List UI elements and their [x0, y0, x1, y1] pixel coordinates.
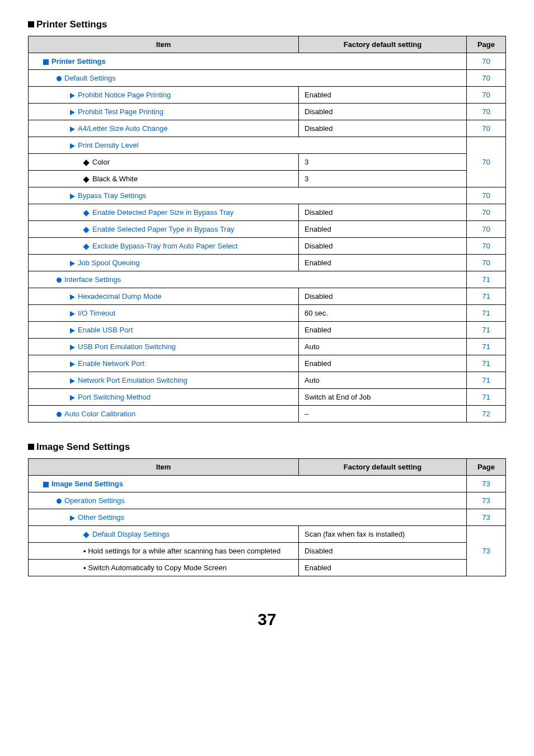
table-row: Auto Color Calibration–72 [29, 406, 506, 422]
link-text[interactable]: Job Spool Queuing [78, 259, 140, 267]
page-cell: 70 [467, 137, 506, 187]
link-text[interactable]: Print Density Level [78, 141, 138, 149]
page-number: 37 [28, 610, 506, 629]
item-cell: Color [29, 154, 299, 171]
item-cell: Exclude Bypass-Tray from Auto Paper Sele… [29, 238, 299, 255]
diamond-icon [83, 243, 89, 250]
diamond-icon [83, 159, 89, 166]
triangle-icon [70, 194, 75, 199]
factory-cell: Disabled [299, 288, 467, 305]
link-text[interactable]: Prohibit Notice Page Printing [78, 91, 171, 99]
link-text[interactable]: Operation Settings [64, 496, 125, 505]
table-row: Image Send Settings73 [29, 476, 506, 492]
table-row: Printer Settings70 [29, 53, 506, 70]
link-text[interactable]: Auto Color Calibration [64, 410, 135, 418]
square-icon [28, 444, 34, 450]
link-text[interactable]: Bypass Tray Settings [78, 191, 146, 200]
link-text[interactable]: Hexadecimal Dump Mode [78, 292, 162, 300]
link-text[interactable]: Exclude Bypass-Tray from Auto Paper Sele… [92, 242, 238, 250]
factory-cell: Auto [299, 339, 467, 355]
page-cell[interactable]: 70 [467, 187, 506, 204]
page-cell[interactable]: 71 [467, 271, 506, 288]
page-cell[interactable]: 70 [467, 120, 506, 137]
page-cell[interactable]: 73 [467, 492, 506, 509]
link-text[interactable]: A4/Letter Size Auto Change [78, 124, 167, 133]
page-cell[interactable]: 71 [467, 322, 506, 339]
item-cell: Network Port Emulation Switching [29, 372, 299, 389]
table-row: USB Port Emulation SwitchingAuto71 [29, 339, 506, 355]
link-text[interactable]: Port Switching Method [78, 393, 151, 401]
triangle-icon [70, 345, 75, 350]
item-cell: Other Settings [29, 509, 467, 526]
section-title: Printer Settings [28, 19, 506, 30]
page-cell[interactable]: 71 [467, 389, 506, 406]
item-cell: • Switch Automatically to Copy Mode Scre… [29, 560, 299, 576]
factory-cell: 3 [299, 154, 467, 171]
link-text[interactable]: Enable Network Port [78, 359, 144, 368]
link-text[interactable]: Interface Settings [64, 275, 121, 284]
page-cell[interactable]: 71 [467, 305, 506, 322]
page-cell[interactable]: 70 [467, 87, 506, 104]
page-cell[interactable]: 70 [467, 204, 506, 221]
page-cell[interactable]: 70 [467, 238, 506, 255]
link-text[interactable]: Prohibit Test Page Printing [78, 107, 163, 116]
link-text[interactable]: Enable USB Port [78, 326, 133, 334]
factory-cell: Enabled [299, 322, 467, 339]
triangle-icon [70, 110, 75, 115]
table-row: Enable Detected Paper Size in Bypass Tra… [29, 204, 506, 221]
factory-cell: Switch at End of Job [299, 389, 467, 406]
factory-cell: Disabled [299, 104, 467, 120]
page-cell[interactable]: 71 [467, 355, 506, 372]
factory-cell: 60 sec. [299, 305, 467, 322]
item-cell: Enable Detected Paper Size in Bypass Tra… [29, 204, 299, 221]
item-cell: Print Density Level [29, 137, 467, 154]
factory-cell: – [299, 406, 467, 422]
link-text[interactable]: Network Port Emulation Switching [78, 376, 188, 384]
page-cell[interactable]: 70 [467, 104, 506, 120]
table-row: Prohibit Notice Page PrintingEnabled70 [29, 87, 506, 104]
link-text[interactable]: Enable Selected Paper Type in Bypass Tra… [92, 225, 234, 233]
link-text[interactable]: Image Send Settings [51, 480, 123, 488]
table-row: Hexadecimal Dump ModeDisabled71 [29, 288, 506, 305]
page-cell[interactable]: 71 [467, 288, 506, 305]
item-cell: • Hold settings for a while after scanni… [29, 543, 299, 560]
table-row: Job Spool QueuingEnabled70 [29, 255, 506, 271]
triangle-icon [70, 515, 75, 521]
link-text[interactable]: Default Display Settings [92, 530, 170, 538]
factory-cell: Enabled [299, 560, 467, 576]
link-text[interactable]: Default Settings [64, 74, 116, 82]
page-cell[interactable]: 70 [467, 221, 506, 238]
diamond-icon [83, 210, 89, 216]
table-row: Enable Selected Paper Type in Bypass Tra… [29, 221, 506, 238]
factory-cell: Enabled [299, 221, 467, 238]
link-text[interactable]: I/O Timeout [78, 309, 115, 317]
table-row: • Hold settings for a while after scanni… [29, 543, 506, 560]
table-row: Enable Network PortEnabled71 [29, 355, 506, 372]
link-text[interactable]: Printer Settings [51, 57, 106, 65]
table-row: Print Density Level70 [29, 137, 506, 154]
page-cell[interactable]: 73 [467, 476, 506, 492]
page-cell[interactable]: 71 [467, 372, 506, 389]
page-cell[interactable]: 73 [467, 509, 506, 526]
table-row: I/O Timeout60 sec.71 [29, 305, 506, 322]
page-cell[interactable]: 70 [467, 255, 506, 271]
page-cell[interactable]: 71 [467, 339, 506, 355]
circle-icon [57, 412, 62, 417]
table-header: Page [467, 459, 506, 476]
table-row: Color3 [29, 154, 506, 171]
page-cell[interactable]: 72 [467, 406, 506, 422]
link-text[interactable]: Enable Detected Paper Size in Bypass Tra… [92, 208, 233, 217]
page-cell[interactable]: 70 [467, 70, 506, 87]
table-row: Prohibit Test Page PrintingDisabled70 [29, 104, 506, 120]
item-cell: Interface Settings [29, 271, 467, 288]
bullet-icon: • [83, 547, 88, 555]
page-cell[interactable]: 70 [467, 53, 506, 70]
item-cell: Enable Network Port [29, 355, 299, 372]
link-text[interactable]: USB Port Emulation Switching [78, 342, 176, 351]
link-text[interactable]: Other Settings [78, 513, 124, 522]
factory-cell: Disabled [299, 204, 467, 221]
item-cell: Operation Settings [29, 492, 467, 509]
item-cell: Port Switching Method [29, 389, 299, 406]
triangle-icon [70, 294, 75, 300]
square-icon [43, 59, 49, 65]
